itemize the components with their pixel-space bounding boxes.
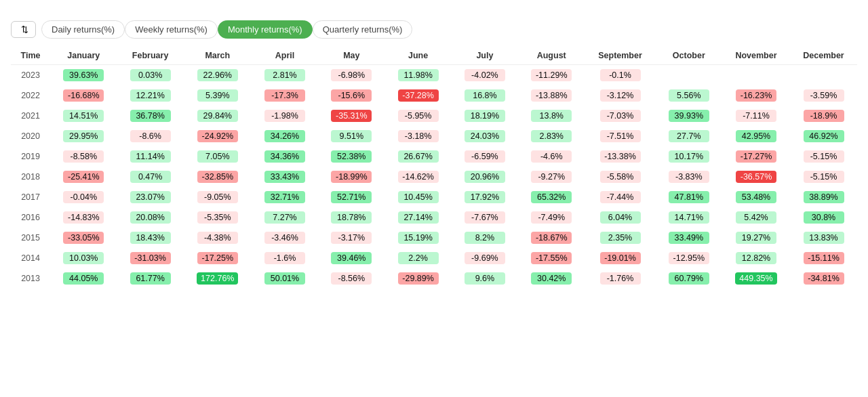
year-cell: 2023 xyxy=(11,65,50,86)
value-cell: -16.23% xyxy=(722,85,790,106)
value-cell: 2.81% xyxy=(252,65,318,86)
table-row: 202114.51%36.78%29.84%-1.98%-35.31%-5.95… xyxy=(11,106,857,126)
col-header-april: April xyxy=(252,47,318,65)
year-cell: 2021 xyxy=(11,106,50,126)
value-cell: -16.68% xyxy=(50,85,117,106)
value-cell: -12.95% xyxy=(656,248,722,268)
value-cell: 44.05% xyxy=(50,268,117,289)
col-header-september: September xyxy=(585,47,655,65)
value-cell: -3.18% xyxy=(384,126,451,146)
value-cell: 24.03% xyxy=(452,126,518,146)
value-cell: -13.88% xyxy=(518,85,585,106)
value-cell: 2.35% xyxy=(585,228,655,248)
asset-selector[interactable]: ⇅ xyxy=(11,21,36,38)
value-cell: -18.99% xyxy=(318,167,384,187)
table-row: 202029.95%-8.6%-24.92%34.26%9.51%-3.18%2… xyxy=(11,126,857,146)
value-cell: -4.02% xyxy=(452,65,518,86)
value-cell: 0.47% xyxy=(117,167,183,187)
value-cell: 5.39% xyxy=(184,85,252,106)
year-cell: 2020 xyxy=(11,126,50,146)
value-cell: 30.8% xyxy=(790,207,857,228)
returns-table: TimeJanuaryFebruaryMarchAprilMayJuneJuly… xyxy=(11,47,857,289)
value-cell: -35.31% xyxy=(318,106,384,126)
value-cell: 9.6% xyxy=(452,268,518,289)
value-cell: -8.56% xyxy=(318,268,384,289)
tab-weekly[interactable]: Weekly returns(%) xyxy=(125,20,218,39)
value-cell: -31.03% xyxy=(117,248,183,268)
value-cell: 11.98% xyxy=(384,65,451,86)
value-cell: 14.71% xyxy=(656,207,722,228)
tab-quarterly[interactable]: Quarterly returns(%) xyxy=(313,20,413,39)
value-cell xyxy=(722,65,790,86)
value-cell: 34.36% xyxy=(252,146,318,167)
value-cell: 10.03% xyxy=(50,248,117,268)
year-cell: 2022 xyxy=(11,85,50,106)
value-cell: -1.76% xyxy=(585,268,655,289)
col-header-december: December xyxy=(790,47,857,65)
value-cell: 0.03% xyxy=(117,65,183,86)
value-cell: -15.6% xyxy=(318,85,384,106)
value-cell: 65.32% xyxy=(518,187,585,207)
value-cell: -11.29% xyxy=(518,65,585,86)
value-cell: 39.46% xyxy=(318,248,384,268)
value-cell: -32.85% xyxy=(184,167,252,187)
col-header-february: February xyxy=(117,47,183,65)
value-cell: -6.98% xyxy=(318,65,384,86)
value-cell: 12.82% xyxy=(722,248,790,268)
value-cell: -17.55% xyxy=(518,248,585,268)
value-cell: 7.27% xyxy=(252,207,318,228)
value-cell: 11.14% xyxy=(117,146,183,167)
value-cell xyxy=(656,65,722,86)
value-cell: -1.98% xyxy=(252,106,318,126)
value-cell: 9.51% xyxy=(318,126,384,146)
year-cell: 2018 xyxy=(11,167,50,187)
value-cell: 39.63% xyxy=(50,65,117,86)
value-cell: 18.43% xyxy=(117,228,183,248)
col-header-june: June xyxy=(384,47,451,65)
table-row: 2016-14.83%20.08%-5.35%7.27%18.78%27.14%… xyxy=(11,207,857,228)
value-cell: -5.95% xyxy=(384,106,451,126)
value-cell: 5.56% xyxy=(656,85,722,106)
value-cell: -37.28% xyxy=(384,85,451,106)
value-cell: 52.71% xyxy=(318,187,384,207)
value-cell: 27.14% xyxy=(384,207,451,228)
col-header-november: November xyxy=(722,47,790,65)
tab-monthly[interactable]: Monthly returns(%) xyxy=(218,20,313,39)
value-cell: 449.35% xyxy=(722,268,790,289)
value-cell: 50.01% xyxy=(252,268,318,289)
value-cell: -4.38% xyxy=(184,228,252,248)
toolbar: ⇅ Daily returns(%)Weekly returns(%)Month… xyxy=(11,20,857,39)
value-cell: 20.08% xyxy=(117,207,183,228)
value-cell: -8.58% xyxy=(50,146,117,167)
value-cell: -34.81% xyxy=(790,268,857,289)
col-header-may: May xyxy=(318,47,384,65)
value-cell: 23.07% xyxy=(117,187,183,207)
value-cell: 38.89% xyxy=(790,187,857,207)
value-cell: -1.6% xyxy=(252,248,318,268)
value-cell: 7.05% xyxy=(184,146,252,167)
value-cell: 172.76% xyxy=(184,268,252,289)
value-cell: 29.95% xyxy=(50,126,117,146)
value-cell: -7.51% xyxy=(585,126,655,146)
value-cell: -7.49% xyxy=(518,207,585,228)
table-row: 2015-33.05%18.43%-4.38%-3.46%-3.17%15.19… xyxy=(11,228,857,248)
year-cell: 2014 xyxy=(11,248,50,268)
value-cell: -9.27% xyxy=(518,167,585,187)
value-cell: -33.05% xyxy=(50,228,117,248)
value-cell: 8.2% xyxy=(452,228,518,248)
value-cell: 29.84% xyxy=(184,106,252,126)
year-cell: 2015 xyxy=(11,228,50,248)
value-cell: -0.1% xyxy=(585,65,655,86)
value-cell xyxy=(790,65,857,86)
value-cell: 34.26% xyxy=(252,126,318,146)
value-cell: -19.01% xyxy=(585,248,655,268)
chevron-icon: ⇅ xyxy=(21,24,28,35)
col-header-october: October xyxy=(656,47,722,65)
table-row: 2019-8.58%11.14%7.05%34.36%52.38%26.67%-… xyxy=(11,146,857,167)
value-cell: 61.77% xyxy=(117,268,183,289)
value-cell: -18.9% xyxy=(790,106,857,126)
value-cell: 39.93% xyxy=(656,106,722,126)
value-cell: -8.6% xyxy=(117,126,183,146)
tab-daily[interactable]: Daily returns(%) xyxy=(41,20,125,39)
col-header-time: Time xyxy=(11,47,50,65)
